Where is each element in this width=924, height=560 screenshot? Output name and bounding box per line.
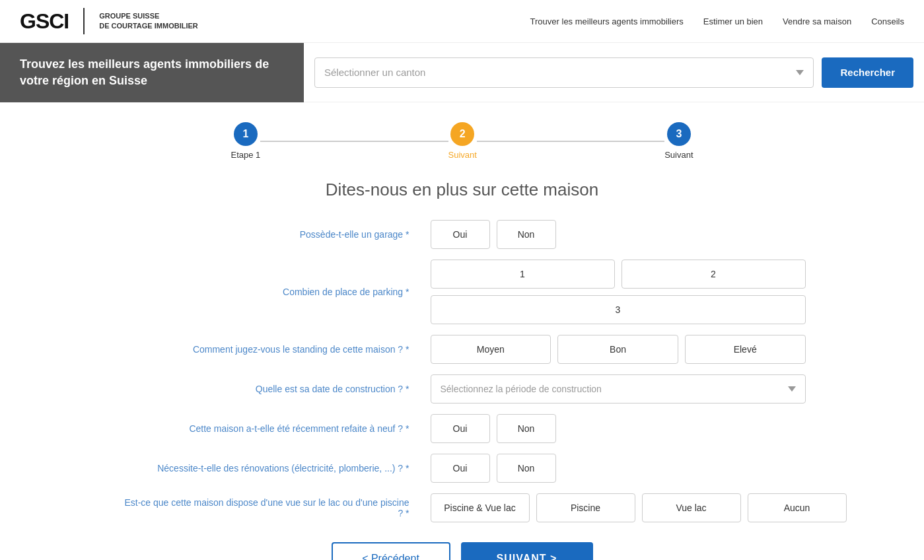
controls-garage: Oui Non <box>431 220 556 249</box>
pool-piscine-btn[interactable]: Piscine <box>536 493 635 522</box>
step-3-circle: 3 <box>667 122 691 146</box>
controls-parking: 1 2 3 <box>431 260 806 324</box>
controls-renovations: Oui Non <box>431 454 556 483</box>
step-2: 2 Suivant <box>448 122 477 160</box>
logo-area: GSCI GROUPE SUISSE DE COURTAGE IMMOBILIE… <box>20 8 198 34</box>
controls-piscine: Piscine & Vue lac Piscine Vue lac Aucun <box>431 493 847 522</box>
nav-item-agents[interactable]: Trouver les meilleurs agents immobiliers <box>530 17 684 26</box>
hero-search-area: Sélectionner un canton Rechercher <box>304 43 924 102</box>
step-1-circle: 1 <box>234 122 258 146</box>
label-garage: Possède-t-elle un garage * <box>119 229 423 240</box>
construction-select[interactable]: Sélectionnez la période de construction … <box>431 374 806 403</box>
garage-non-btn[interactable]: Non <box>497 220 556 249</box>
standing-moyen-btn[interactable]: Moyen <box>431 335 551 364</box>
step-3: 3 Suivant <box>664 122 693 160</box>
steps-container: 1 Etape 1 2 Suivant 3 Suivant <box>0 102 924 166</box>
step-1-label: Etape 1 <box>231 150 261 160</box>
label-piscine: Est-ce que cette maison dispose d'une vu… <box>119 497 423 518</box>
standing-eleve-btn[interactable]: Elevé <box>685 335 806 364</box>
next-button[interactable]: SUIVANT > <box>461 542 593 560</box>
label-renovations: Nécessite-t-elle des rénovations (électr… <box>119 463 423 473</box>
main-content: Dites-nous en plus sur cette maison Poss… <box>99 180 826 560</box>
logo-divider <box>83 8 85 34</box>
nav-buttons: < Précédent SUIVANT > <box>119 542 806 560</box>
row-standing: Comment jugez-vous le standing de cette … <box>119 335 806 364</box>
step-1: 1 Etape 1 <box>231 122 261 160</box>
row-refait: Cette maison a-t-elle été récemment refa… <box>119 414 806 443</box>
hero-bar: Trouvez les meilleurs agents immobiliers… <box>0 43 924 102</box>
parking-1-btn[interactable]: 1 <box>431 260 615 289</box>
label-construction: Quelle est sa date de construction ? * <box>119 384 423 394</box>
main-nav: Trouver les meilleurs agents immobiliers… <box>530 17 904 26</box>
nav-item-conseils[interactable]: Conseils <box>871 17 904 26</box>
step-3-label: Suivant <box>664 150 693 160</box>
form-title: Dites-nous en plus sur cette maison <box>119 180 806 200</box>
row-garage: Possède-t-elle un garage * Oui Non <box>119 220 806 249</box>
renovations-oui-btn[interactable]: Oui <box>431 454 490 483</box>
standing-bon-btn[interactable]: Bon <box>557 335 678 364</box>
label-parking: Combien de place de parking * <box>119 287 423 297</box>
step-line-1 <box>260 141 448 142</box>
garage-oui-btn[interactable]: Oui <box>431 220 490 249</box>
hero-text: Trouvez les meilleurs agents immobiliers… <box>0 43 304 102</box>
label-standing: Comment jugez-vous le standing de cette … <box>119 344 423 355</box>
parking-2-btn[interactable]: 2 <box>622 260 806 289</box>
header: GSCI GROUPE SUISSE DE COURTAGE IMMOBILIE… <box>0 0 924 43</box>
search-button[interactable]: Rechercher <box>822 57 913 88</box>
logo-subtitle: GROUPE SUISSE DE COURTAGE IMMOBILIER <box>99 11 198 32</box>
prev-button[interactable]: < Précédent <box>332 542 450 560</box>
step-2-circle: 2 <box>450 122 474 146</box>
renovations-non-btn[interactable]: Non <box>497 454 556 483</box>
canton-select[interactable]: Sélectionner un canton <box>314 57 814 88</box>
nav-item-estimer[interactable]: Estimer un bien <box>703 17 763 26</box>
pool-vuelac-btn[interactable]: Vue lac <box>642 493 741 522</box>
row-piscine: Est-ce que cette maison dispose d'une vu… <box>119 493 806 522</box>
step-2-label: Suivant <box>448 150 477 160</box>
refait-oui-btn[interactable]: Oui <box>431 414 490 443</box>
pool-aucun-btn[interactable]: Aucun <box>748 493 847 522</box>
row-construction: Quelle est sa date de construction ? * S… <box>119 374 806 403</box>
pool-piscine-vue-btn[interactable]: Piscine & Vue lac <box>431 493 530 522</box>
row-parking: Combien de place de parking * 1 2 3 <box>119 260 806 324</box>
controls-standing: Moyen Bon Elevé <box>431 335 806 364</box>
label-refait: Cette maison a-t-elle été récemment refa… <box>119 423 423 434</box>
nav-item-vendre[interactable]: Vendre sa maison <box>783 17 851 26</box>
controls-refait: Oui Non <box>431 414 556 443</box>
parking-3-btn[interactable]: 3 <box>431 295 806 324</box>
steps-wrapper: 1 Etape 1 2 Suivant 3 Suivant <box>231 122 693 160</box>
step-line-2 <box>477 141 664 142</box>
refait-non-btn[interactable]: Non <box>497 414 556 443</box>
row-renovations: Nécessite-t-elle des rénovations (électr… <box>119 454 806 483</box>
logo-gsci: GSCI <box>20 9 69 34</box>
